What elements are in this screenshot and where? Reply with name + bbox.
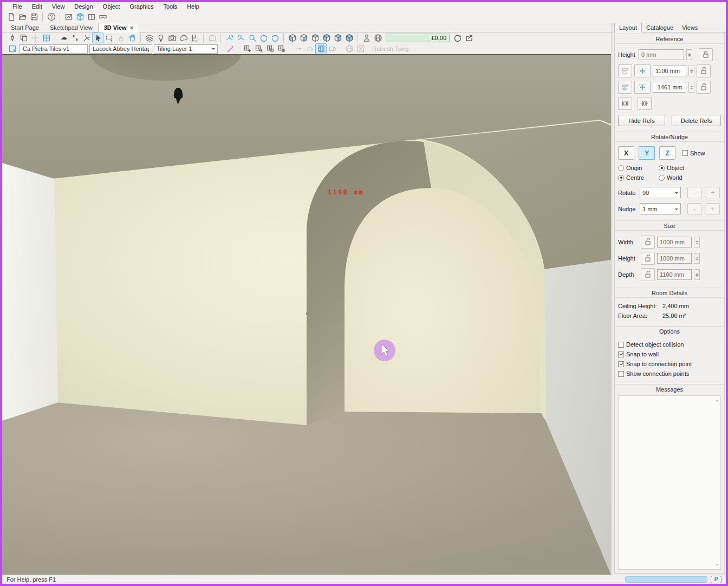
reference-offset2-input[interactable] bbox=[653, 82, 686, 93]
radio-object[interactable] bbox=[659, 165, 665, 171]
snap-to-wall-checkbox[interactable] bbox=[618, 351, 624, 357]
menu-item-graphics[interactable]: Graphics bbox=[125, 3, 158, 10]
light-bulb-icon[interactable] bbox=[155, 32, 166, 43]
height-spinner[interactable] bbox=[686, 49, 692, 60]
offset2-spinner[interactable] bbox=[688, 82, 694, 93]
rotate-plus-button[interactable]: + bbox=[706, 187, 720, 198]
dual-view-icon[interactable] bbox=[86, 11, 97, 22]
tab-close-icon[interactable]: × bbox=[130, 25, 133, 30]
height-size-spinner[interactable] bbox=[694, 253, 700, 264]
rotate-axis-left-icon[interactable] bbox=[224, 32, 235, 43]
axis-x-button[interactable]: X bbox=[618, 146, 634, 160]
layers-icon[interactable] bbox=[144, 32, 155, 43]
rotate-minus-button[interactable]: - bbox=[687, 187, 701, 198]
3d-view-icon[interactable] bbox=[74, 11, 86, 22]
view-iso-front-icon[interactable] bbox=[321, 32, 332, 43]
expand-extent-button[interactable] bbox=[638, 97, 652, 110]
view-iso-back-icon[interactable] bbox=[332, 32, 343, 43]
tile-export-icon[interactable] bbox=[355, 43, 366, 54]
status-p-button[interactable]: P bbox=[711, 576, 722, 583]
lasso-icon[interactable] bbox=[115, 32, 126, 43]
width-spinner[interactable] bbox=[694, 237, 700, 248]
panel-tab-views[interactable]: Views bbox=[678, 23, 702, 32]
new-document-icon[interactable] bbox=[5, 11, 17, 22]
view-top-icon[interactable] bbox=[309, 32, 321, 43]
snapshot-icon[interactable] bbox=[206, 32, 218, 43]
room-corner-icon[interactable] bbox=[189, 32, 200, 43]
tab-start-page[interactable]: Start Page bbox=[5, 23, 44, 32]
menu-item-view[interactable]: View bbox=[47, 3, 70, 10]
depth-spinner[interactable] bbox=[694, 269, 700, 280]
3d-viewport[interactable]: 1100 mm bbox=[2, 54, 611, 575]
person-view-icon[interactable] bbox=[361, 32, 372, 43]
view-all-faces-icon[interactable] bbox=[343, 32, 355, 43]
tab-sketchpad-view[interactable]: Sketchpad View bbox=[44, 23, 98, 32]
hide-refs-button[interactable]: Hide Refs bbox=[618, 115, 665, 126]
panel-tab-layout[interactable]: Layout bbox=[614, 23, 642, 32]
radio-origin[interactable] bbox=[618, 165, 624, 171]
tile-add-icon[interactable] bbox=[242, 43, 253, 54]
offset2-lock-button[interactable] bbox=[697, 81, 711, 94]
sketchpad-view-icon[interactable] bbox=[63, 11, 74, 22]
tiling-layer-select[interactable]: Tiling Layer 1 bbox=[154, 44, 218, 54]
radio-centre[interactable] bbox=[618, 175, 624, 181]
show-connection-points-checkbox[interactable] bbox=[618, 371, 624, 377]
height-size-lock-button[interactable] bbox=[641, 252, 655, 265]
width-lock-button[interactable] bbox=[641, 236, 655, 249]
offset1-lock-button[interactable] bbox=[697, 64, 711, 77]
cloud-icon[interactable] bbox=[178, 32, 189, 43]
offset1-spinner[interactable] bbox=[688, 66, 694, 76]
walkthrough-icon[interactable] bbox=[81, 32, 92, 43]
radio-world[interactable] bbox=[659, 175, 665, 181]
detect-collision-checkbox[interactable] bbox=[618, 342, 624, 348]
tile-name-field[interactable] bbox=[89, 44, 152, 54]
nudge-distance-select[interactable]: 1 mm bbox=[640, 203, 681, 214]
refresh-view-icon[interactable] bbox=[452, 32, 463, 43]
open-icon[interactable] bbox=[17, 11, 28, 22]
camera-icon[interactable] bbox=[166, 32, 178, 43]
show-axis-checkbox[interactable] bbox=[682, 150, 688, 156]
menu-item-design[interactable]: Design bbox=[69, 3, 98, 10]
axis-z-button[interactable]: Z bbox=[659, 146, 675, 160]
tile-history-icon[interactable] bbox=[276, 43, 287, 54]
tile-globe-icon[interactable] bbox=[343, 43, 355, 54]
messages-scrollbar[interactable] bbox=[714, 396, 720, 569]
menu-item-file[interactable]: File bbox=[8, 3, 27, 10]
snap-to-connection-checkbox[interactable] bbox=[618, 361, 624, 367]
view-front-icon[interactable] bbox=[287, 32, 298, 43]
nudge-minus-button[interactable]: - bbox=[687, 203, 701, 214]
save-icon[interactable] bbox=[28, 11, 40, 22]
tile-range-field[interactable] bbox=[20, 44, 88, 54]
pick-tile-icon[interactable] bbox=[6, 43, 18, 54]
menu-item-help[interactable]: Help bbox=[182, 3, 204, 10]
tab-3d-view[interactable]: 3D View× bbox=[98, 23, 139, 32]
show-tiling-grid-icon[interactable] bbox=[315, 43, 327, 54]
apply-tiles-icon[interactable] bbox=[292, 43, 304, 54]
menu-item-object[interactable]: Object bbox=[98, 3, 125, 10]
roof-icon[interactable] bbox=[58, 32, 69, 43]
tile-region-icon[interactable] bbox=[41, 32, 52, 43]
rotate-angle-select[interactable]: 90 bbox=[640, 187, 681, 198]
axis-y-button[interactable]: Y bbox=[639, 146, 655, 160]
menu-item-edit[interactable]: Edit bbox=[27, 3, 47, 10]
zoom-view-icon[interactable] bbox=[246, 32, 258, 43]
panel-tab-catalogue[interactable]: Catalogue bbox=[642, 23, 678, 32]
vr-view-icon[interactable] bbox=[97, 11, 108, 22]
height-lock-button[interactable] bbox=[699, 48, 713, 61]
view-left-icon[interactable] bbox=[298, 32, 309, 43]
marquee-select-icon[interactable] bbox=[103, 32, 115, 43]
width-input[interactable] bbox=[657, 237, 692, 248]
delete-refs-button[interactable]: Delete Refs bbox=[672, 115, 721, 126]
orbit-left-icon[interactable] bbox=[258, 32, 269, 43]
depth-lock-button[interactable] bbox=[641, 268, 655, 281]
reference-height-input[interactable] bbox=[639, 49, 684, 60]
footprints-icon[interactable] bbox=[69, 32, 81, 43]
magic-wand-icon[interactable] bbox=[225, 43, 236, 54]
rotate-axis-right-icon[interactable] bbox=[235, 32, 246, 43]
menu-item-tools[interactable]: Tools bbox=[158, 3, 182, 10]
tile-options-icon[interactable] bbox=[327, 43, 338, 54]
move-object-icon[interactable] bbox=[29, 32, 41, 43]
wall-reference-button[interactable] bbox=[618, 64, 632, 77]
nudge-plus-button[interactable]: + bbox=[706, 203, 720, 214]
shrink-extent-button[interactable] bbox=[618, 97, 632, 110]
